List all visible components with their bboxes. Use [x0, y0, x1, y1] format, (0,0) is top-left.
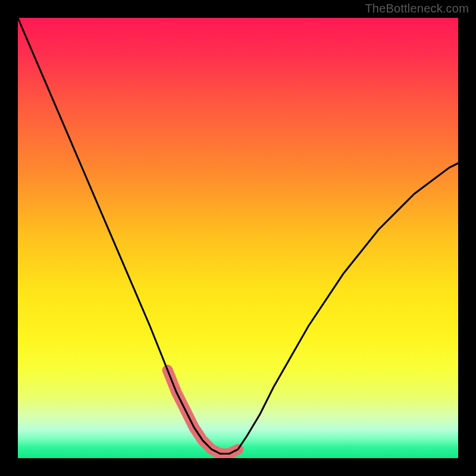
plot-area	[18, 18, 458, 458]
curve-layer	[18, 18, 458, 458]
chart-frame: TheBottleneck.com	[0, 0, 476, 476]
watermark-text: TheBottleneck.com	[365, 2, 469, 15]
bottleneck-curve	[18, 18, 458, 454]
